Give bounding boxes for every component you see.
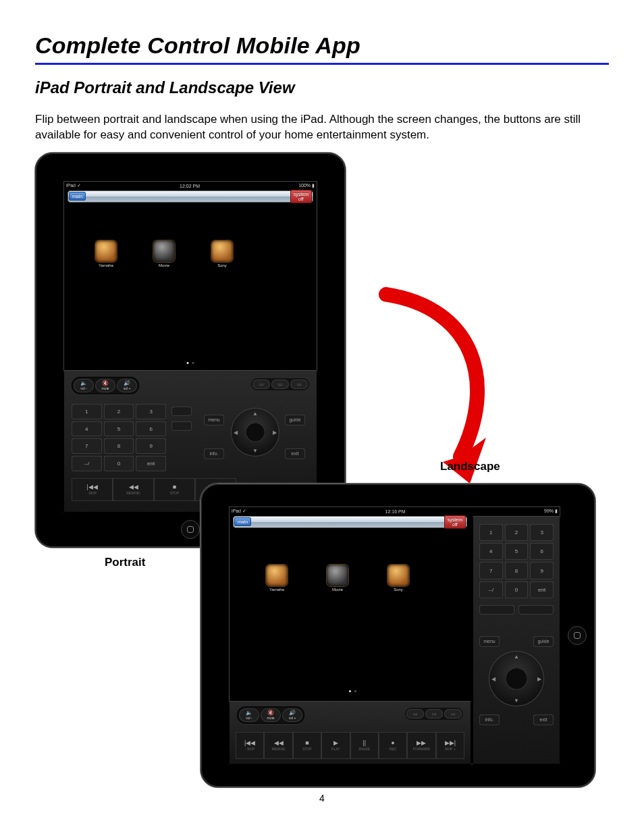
key-4[interactable]: 4: [479, 543, 503, 560]
page-dots: [187, 362, 194, 364]
key-6[interactable]: 6: [136, 421, 166, 437]
mute-button[interactable]: 🔇 mute: [261, 708, 281, 722]
main-button[interactable]: main: [69, 192, 86, 201]
stop-button[interactable]: ■ STOP: [293, 732, 321, 759]
device-sony[interactable]: Sony: [387, 565, 410, 592]
key-8[interactable]: 8: [104, 438, 134, 454]
key-3[interactable]: 3: [530, 524, 554, 541]
status-right: 100% ▮: [298, 183, 315, 188]
key-7[interactable]: 7: [72, 438, 102, 454]
menu-button[interactable]: menu: [204, 415, 224, 425]
pause-button[interactable]: || PAUSE: [350, 732, 379, 759]
skip-forward-button[interactable]: ▶▶| SKIP +: [436, 732, 464, 759]
device-yamaha[interactable]: Yamaha: [95, 240, 117, 267]
transport-label: REC: [390, 747, 397, 751]
skip-back-button[interactable]: |◀◀ - SKIP: [236, 732, 264, 759]
rewind-icon: ◀◀: [274, 739, 284, 746]
dpad[interactable]: ▲ ▼ ◀ ▶: [489, 651, 544, 706]
key-0[interactable]: 0: [104, 456, 134, 471]
box-icon: ▭: [297, 382, 302, 386]
key-1[interactable]: 1: [72, 404, 102, 419]
volume-down-icon: 🔈: [80, 381, 87, 386]
flat-key-b[interactable]: [518, 605, 554, 615]
key-8[interactable]: 8: [505, 562, 529, 579]
aux-button-2[interactable]: ▭: [425, 709, 443, 719]
stop-button[interactable]: ■ STOP: [154, 478, 195, 501]
info-button[interactable]: info.: [479, 714, 500, 725]
vol-up-button[interactable]: 🔊 vol +: [117, 379, 137, 392]
key-2[interactable]: 2: [505, 524, 529, 541]
flat-key-b[interactable]: [171, 421, 192, 431]
skip-back-icon: |◀◀: [86, 484, 97, 490]
guide-button[interactable]: guide: [285, 415, 305, 425]
play-icon: ▶: [333, 739, 338, 746]
volume-down-icon: 🔈: [246, 710, 252, 716]
page-number: 4: [35, 793, 609, 804]
key-6[interactable]: 6: [530, 543, 554, 560]
menu-button[interactable]: menu: [479, 636, 500, 647]
vol-label: mute: [267, 716, 274, 720]
transport-label: - SKIP: [245, 747, 254, 751]
exit-button[interactable]: exit: [285, 448, 305, 459]
key-2[interactable]: 2: [104, 404, 134, 419]
exit-button[interactable]: exit: [533, 714, 554, 725]
statusbar-portrait: iPad ✓ 12:02 PM 100% ▮: [66, 182, 315, 190]
aux-button-1[interactable]: ▭: [406, 709, 424, 719]
key-0[interactable]: 0: [505, 581, 529, 598]
key-3[interactable]: 3: [136, 404, 166, 419]
box-icon: ▭: [451, 711, 456, 716]
transport-label: -SKIP: [88, 491, 97, 495]
vol-down-button[interactable]: 🔈 vol -: [74, 379, 94, 392]
aux-button-3[interactable]: ▭: [444, 709, 462, 719]
vol-up-button[interactable]: 🔊 vol +: [282, 708, 302, 722]
skip-back-button[interactable]: |◀◀ -SKIP: [72, 478, 113, 501]
dpad[interactable]: ▲ ▼ ◀ ▶: [231, 408, 279, 457]
system-off-button[interactable]: system off: [444, 515, 466, 529]
key-9[interactable]: 9: [136, 438, 166, 454]
page-title: Complete Control Mobile App: [35, 32, 609, 59]
device-movie[interactable]: Movie: [326, 565, 349, 592]
key-dash[interactable]: --/: [479, 581, 503, 598]
device-movie[interactable]: Movie: [153, 240, 176, 267]
forward-button[interactable]: ▶▶ FORWARD: [407, 732, 435, 759]
status-left: iPad ✓: [66, 183, 81, 188]
aux-button-2[interactable]: ▭: [271, 380, 289, 389]
key-5[interactable]: 5: [505, 543, 529, 560]
statusbar-landscape: iPad ✓ 12:16 PM 99% ▮: [232, 508, 558, 515]
flat-key-a[interactable]: [479, 605, 514, 615]
device-sony[interactable]: Sony: [211, 240, 234, 267]
key-dash[interactable]: --/: [72, 456, 102, 471]
key-9[interactable]: 9: [530, 562, 554, 579]
device-row-landscape: Yamaha Movie Sony: [265, 565, 410, 592]
status-center: 12:02 PM: [180, 184, 200, 188]
ipad-home-button[interactable]: [181, 520, 200, 539]
key-7[interactable]: 7: [479, 562, 503, 579]
main-button[interactable]: main: [234, 517, 251, 526]
info-button[interactable]: info.: [204, 448, 224, 459]
key-5[interactable]: 5: [104, 421, 134, 437]
rewind-button[interactable]: ◀◀ REWIND: [264, 732, 292, 759]
key-1[interactable]: 1: [479, 524, 503, 541]
aux-button-3[interactable]: ▭: [290, 380, 308, 389]
key-4[interactable]: 4: [72, 421, 102, 437]
play-button[interactable]: ▶ PLAY: [321, 732, 350, 759]
flat-key-a[interactable]: [171, 407, 192, 416]
rewind-button[interactable]: ◀◀ REWIND: [113, 478, 154, 501]
ipad-home-button[interactable]: [568, 626, 587, 645]
vol-label: vol -: [246, 716, 252, 720]
device-yamaha[interactable]: Yamaha: [265, 565, 288, 592]
key-ent[interactable]: ent: [136, 456, 166, 471]
device-row-portrait: Yamaha Movie Sony: [95, 240, 234, 267]
key-ent[interactable]: ent: [530, 581, 554, 598]
guide-button[interactable]: guide: [533, 636, 554, 647]
aux-buttons: ▭ ▭ ▭: [405, 708, 463, 720]
aux-button-1[interactable]: ▭: [252, 380, 270, 389]
vol-down-button[interactable]: 🔈 vol -: [239, 708, 259, 722]
status-left: iPad ✓: [232, 509, 246, 514]
ipad-portrait-screen: iPad ✓ 12:02 PM 100% ▮ main system off Y…: [63, 181, 317, 513]
mute-button[interactable]: 🔇 mute: [95, 379, 115, 392]
portrait-caption: Portrait: [105, 556, 145, 569]
record-button[interactable]: ● REC: [379, 732, 407, 759]
system-off-button[interactable]: system off: [290, 190, 312, 203]
transport-label: PAUSE: [358, 747, 370, 751]
